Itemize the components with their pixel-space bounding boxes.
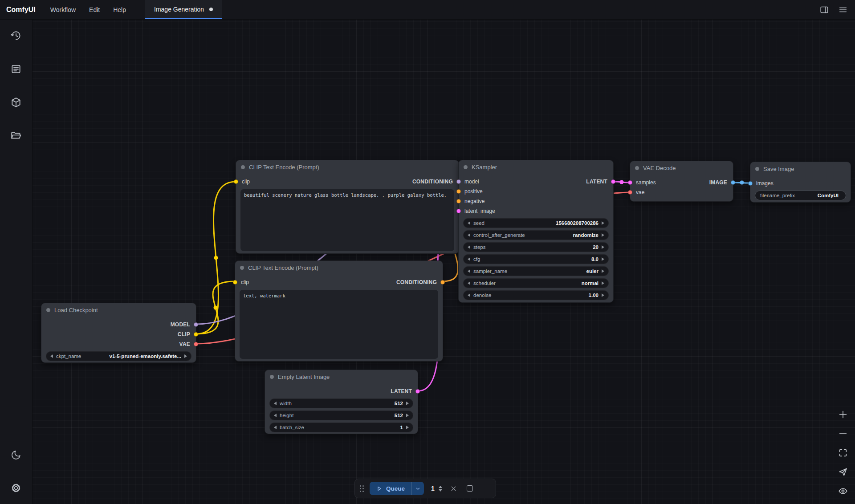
queue-options-button[interactable] xyxy=(411,482,424,495)
input-port-clip[interactable] xyxy=(233,280,237,285)
input-port-clip[interactable] xyxy=(234,179,238,184)
decrement-icon[interactable] xyxy=(468,257,470,261)
widget-control-after-generate[interactable]: control_after_generate randomize xyxy=(463,230,609,240)
widget-steps[interactable]: steps 20 xyxy=(463,242,609,252)
decrement-icon[interactable] xyxy=(468,233,470,237)
collapse-toggle-icon[interactable] xyxy=(270,375,274,379)
collapse-toggle-icon[interactable] xyxy=(635,166,639,170)
increment-icon[interactable] xyxy=(602,245,604,249)
collapse-toggle-icon[interactable] xyxy=(241,165,245,169)
widget-height[interactable]: height 512 xyxy=(269,411,413,420)
stepper-down-icon[interactable] xyxy=(439,489,442,492)
widget-sampler-name[interactable]: sampler_name euler xyxy=(463,266,609,276)
prompt-textarea[interactable]: beautiful scenery nature glass bottle la… xyxy=(240,189,454,251)
node-title-bar[interactable]: VAE Decode xyxy=(630,161,733,175)
fit-view-button[interactable] xyxy=(837,447,849,459)
node-clip-text-encode-positive[interactable]: CLIP Text Encode (Prompt) clip CONDITION… xyxy=(236,160,459,254)
widget-scheduler[interactable]: scheduler normal xyxy=(463,278,609,288)
node-empty-latent-image[interactable]: Empty Latent Image LATENT width 512 heig… xyxy=(265,370,418,434)
collapse-toggle-icon[interactable] xyxy=(464,165,468,169)
node-save-image[interactable]: Save Image images filename_prefix ComfyU… xyxy=(750,162,851,203)
cancel-button[interactable] xyxy=(448,483,459,494)
port-row-samples-image: samples IMAGE xyxy=(630,178,733,187)
drag-handle-icon[interactable] xyxy=(360,485,364,492)
tab-image-generation[interactable]: Image Generation xyxy=(145,0,222,19)
decrement-icon[interactable] xyxy=(274,426,277,429)
stepper-up-icon[interactable] xyxy=(439,486,442,488)
decrement-icon[interactable] xyxy=(468,245,470,249)
decrement-icon[interactable] xyxy=(50,354,53,358)
main-menu-button[interactable] xyxy=(837,4,849,16)
node-title-bar[interactable]: Empty Latent Image xyxy=(265,370,418,383)
tab-unsaved-dot[interactable] xyxy=(209,8,213,11)
increment-icon[interactable] xyxy=(602,269,604,273)
decrement-icon[interactable] xyxy=(468,269,470,273)
widget-width[interactable]: width 512 xyxy=(269,398,413,408)
node-load-checkpoint[interactable]: Load Checkpoint MODEL CLIP VAE ckpt_name… xyxy=(41,303,196,363)
output-port-conditioning[interactable] xyxy=(440,280,445,285)
input-port-samples[interactable] xyxy=(628,180,632,185)
widget-filename-prefix[interactable]: filename_prefix ComfyUI xyxy=(755,191,846,200)
toggle-link-visibility-button[interactable] xyxy=(837,485,849,497)
output-port-model[interactable] xyxy=(194,322,198,327)
output-port-image[interactable] xyxy=(731,180,735,185)
increment-icon[interactable] xyxy=(406,426,409,429)
queue-button[interactable]: Queue xyxy=(370,482,424,495)
decrement-icon[interactable] xyxy=(468,221,470,225)
input-port-images[interactable] xyxy=(748,181,753,186)
decrement-icon[interactable] xyxy=(274,414,277,417)
input-port-latent-image[interactable] xyxy=(456,209,461,213)
panel-toggle-button[interactable] xyxy=(818,4,830,16)
sidebar-item-workflows[interactable] xyxy=(6,126,26,146)
sidebar-item-queue[interactable] xyxy=(6,59,26,79)
node-title-bar[interactable]: Save Image xyxy=(750,162,851,175)
increment-icon[interactable] xyxy=(184,354,187,358)
increment-icon[interactable] xyxy=(602,233,604,237)
node-title-bar[interactable]: Load Checkpoint xyxy=(41,303,196,317)
collapse-toggle-icon[interactable] xyxy=(240,266,244,270)
menu-help[interactable]: Help xyxy=(106,0,133,19)
widget-seed[interactable]: seed 156680208700286 xyxy=(463,218,609,228)
menu-workflow[interactable]: Workflow xyxy=(44,0,82,19)
batch-count-field[interactable]: 1 xyxy=(430,485,442,492)
node-title-bar[interactable]: CLIP Text Encode (Prompt) xyxy=(235,261,443,274)
sidebar-item-history[interactable] xyxy=(6,26,26,45)
increment-icon[interactable] xyxy=(406,414,409,417)
input-port-negative[interactable] xyxy=(456,199,461,203)
widget-batch-size[interactable]: batch_size 1 xyxy=(269,423,413,432)
output-port-latent[interactable] xyxy=(415,389,420,394)
sidebar-item-model-library[interactable] xyxy=(6,93,26,112)
node-vae-decode[interactable]: VAE Decode samples IMAGE vae xyxy=(630,161,733,202)
increment-icon[interactable] xyxy=(406,402,409,405)
decrement-icon[interactable] xyxy=(274,402,277,405)
increment-icon[interactable] xyxy=(602,293,604,297)
decrement-icon[interactable] xyxy=(468,281,470,285)
decrement-icon[interactable] xyxy=(468,293,470,297)
output-port-latent[interactable] xyxy=(611,179,615,184)
node-clip-text-encode-negative[interactable]: CLIP Text Encode (Prompt) clip CONDITION… xyxy=(235,260,443,362)
collapse-toggle-icon[interactable] xyxy=(755,167,759,171)
increment-icon[interactable] xyxy=(602,221,604,225)
node-title-bar[interactable]: CLIP Text Encode (Prompt) xyxy=(236,160,459,174)
settings-button[interactable] xyxy=(6,478,26,498)
input-port-positive[interactable] xyxy=(456,189,461,194)
increment-icon[interactable] xyxy=(602,257,604,261)
theme-toggle-button[interactable] xyxy=(6,445,26,464)
widget-ckpt-name[interactable]: ckpt_name v1-5-pruned-emaonly.safete... xyxy=(46,351,191,361)
widget-cfg[interactable]: cfg 8.0 xyxy=(463,254,609,264)
widget-denoise[interactable]: denoise 1.00 xyxy=(463,290,609,300)
node-ksampler[interactable]: KSampler model LATENT positive negative … xyxy=(458,160,614,303)
input-port-model[interactable] xyxy=(456,179,461,184)
prompt-textarea[interactable]: text, watermark xyxy=(240,290,438,359)
stop-button[interactable] xyxy=(464,483,475,494)
node-title-bar[interactable]: KSampler xyxy=(459,160,613,174)
increment-icon[interactable] xyxy=(602,281,604,285)
menu-edit[interactable]: Edit xyxy=(82,0,106,19)
select-mode-button[interactable] xyxy=(837,466,849,478)
output-port-clip[interactable] xyxy=(194,332,198,337)
zoom-in-button[interactable] xyxy=(837,409,849,420)
zoom-out-button[interactable] xyxy=(837,428,849,439)
output-port-vae[interactable] xyxy=(194,342,198,346)
input-port-vae[interactable] xyxy=(628,190,632,195)
collapse-toggle-icon[interactable] xyxy=(46,308,50,312)
